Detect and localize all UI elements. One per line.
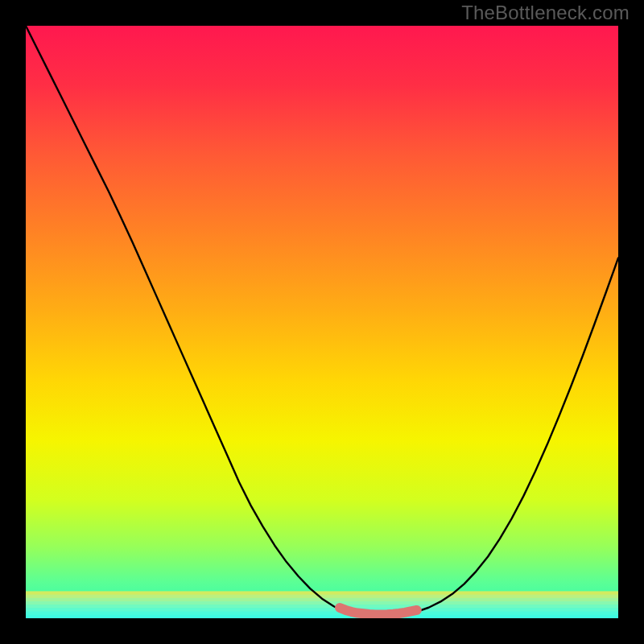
plot-area — [26, 26, 618, 618]
svg-rect-4 — [26, 605, 618, 609]
bottom-bands — [26, 591, 618, 618]
svg-rect-0 — [26, 591, 618, 595]
svg-rect-7 — [26, 615, 618, 618]
svg-rect-6 — [26, 612, 618, 616]
chart-frame: TheBottleneck.com — [0, 0, 644, 644]
svg-rect-5 — [26, 608, 618, 612]
chart-svg — [26, 26, 618, 618]
gradient-background — [26, 26, 618, 618]
watermark-text: TheBottleneck.com — [461, 2, 630, 24]
svg-rect-3 — [26, 601, 618, 605]
